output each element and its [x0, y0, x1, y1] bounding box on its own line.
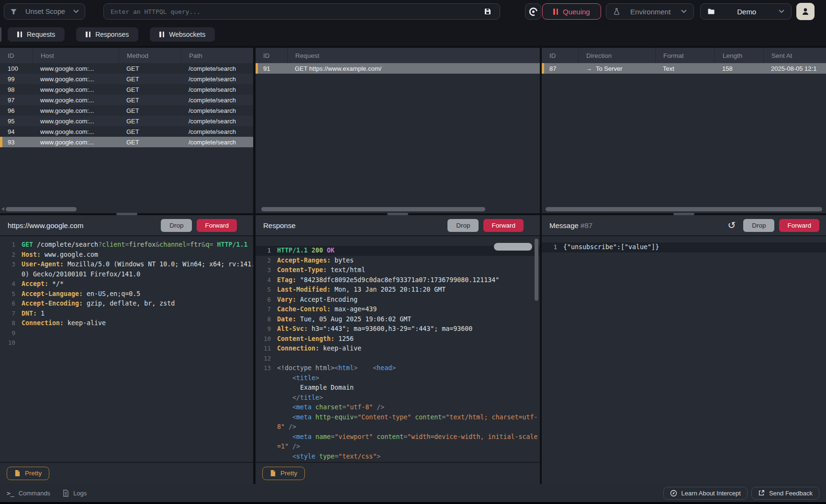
stream-toggle-row: Requests Responses Websockets: [0, 23, 826, 46]
table-row[interactable]: 97www.google.com:...GET/complete/search: [0, 95, 253, 105]
httpql-query-input[interactable]: [111, 8, 480, 15]
column-header[interactable]: ID: [0, 52, 33, 59]
messages-table: IDDirectionFormatLengthSent At87→To Serv…: [542, 48, 826, 213]
forward-button[interactable]: Forward: [197, 219, 237, 232]
message-title-text: Message: [549, 221, 579, 230]
message-editor[interactable]: 1{"unsubscribe":["value"]}: [542, 235, 826, 484]
column-header[interactable]: Format: [655, 48, 714, 63]
table-cell: GET: [119, 128, 181, 135]
send-feedback-button[interactable]: Send Feedback: [751, 487, 819, 500]
horizontal-scrollbar[interactable]: [546, 207, 822, 211]
terminal-icon: >_: [7, 490, 14, 497]
line-number: 4: [0, 279, 15, 289]
column-header[interactable]: ID: [542, 52, 578, 59]
httpql-query-bar: [103, 3, 500, 20]
column-header[interactable]: Direction: [578, 48, 655, 63]
drop-button[interactable]: Drop: [447, 219, 479, 232]
response-editor[interactable]: 1HTTP/1.1 200 OK2Accept-Ranges: bytes3Co…: [256, 235, 540, 462]
code-text: Accept-Encoding: gzip, deflate, br, zstd: [15, 299, 175, 309]
undo-icon[interactable]: ↺: [727, 220, 736, 230]
code-text: DNT: 1: [15, 309, 45, 319]
pretty-toggle-button[interactable]: Pretty: [7, 467, 49, 480]
table-cell: www.google.com:...: [33, 86, 119, 93]
table-cell: →To Server: [578, 65, 655, 72]
column-header[interactable]: Path: [181, 48, 253, 63]
table-cell: 87: [542, 65, 578, 72]
column-header[interactable]: ID: [256, 52, 287, 59]
toggle-requests-label: Requests: [27, 31, 55, 38]
table-row[interactable]: 96www.google.com:...GET/complete/search: [0, 105, 253, 116]
code-line: 7DNT: 1: [0, 309, 253, 319]
code-line: 6Accept-Encoding: gzip, deflate, br, zst…: [0, 299, 253, 309]
table-row[interactable]: 91GET https://www.example.com/: [256, 63, 540, 74]
toggle-responses[interactable]: Responses: [76, 27, 138, 42]
commands-button[interactable]: >_ Commands: [7, 490, 50, 497]
drop-button[interactable]: Drop: [161, 219, 192, 232]
code-text: 0) Gecko/20100101 Firefox/141.0: [15, 270, 140, 280]
table-cell: www.google.com:...: [33, 107, 119, 114]
scrollbar-thumb-horizontal[interactable]: [494, 243, 532, 251]
table-row[interactable]: 87→To ServerText1582025-08-05 12:1: [542, 63, 826, 74]
code-line: 5Accept-Language: en-US,en;q=0.5: [0, 289, 253, 299]
horizontal-scrollbar[interactable]: [261, 207, 485, 211]
scrollbar-thumb-vertical[interactable]: [535, 239, 538, 301]
table-row[interactable]: 94www.google.com:...GET/complete/search: [0, 126, 253, 137]
scroll-left-arrow[interactable]: [1, 207, 4, 211]
code-text: Example Domain: [271, 383, 354, 393]
splitter-handle[interactable]: [116, 213, 137, 215]
line-number: [256, 393, 271, 403]
message-panel-header: Message #87 ↺ Drop Forward: [542, 215, 826, 235]
table-cell: 158: [714, 65, 763, 72]
column-header[interactable]: Host: [33, 48, 119, 63]
table-row[interactable]: 98www.google.com:...GET/complete/search: [0, 84, 253, 95]
drawer-handle[interactable]: [0, 27, 1, 42]
learn-about-intercept-button[interactable]: Learn About Intercept: [663, 487, 748, 500]
table-cell: /complete/search: [181, 86, 253, 93]
code-line: 10Content-Length: 1256: [256, 334, 540, 344]
table-row[interactable]: 99www.google.com:...GET/complete/search: [0, 74, 253, 84]
toggle-requests[interactable]: Requests: [8, 27, 65, 42]
caido-logo-button[interactable]: [525, 3, 541, 20]
column-header[interactable]: Method: [119, 48, 181, 63]
horizontal-scrollbar[interactable]: [6, 207, 77, 211]
splitter-handle[interactable]: [673, 213, 694, 215]
forward-button[interactable]: Forward: [483, 219, 524, 232]
pretty-toggle-button[interactable]: Pretty: [262, 467, 305, 480]
toggle-websockets[interactable]: Websockets: [150, 27, 215, 42]
user-avatar-button[interactable]: [796, 3, 815, 20]
intercept-app: Unset Scope Queuing Environment: [0, 0, 826, 504]
table-row[interactable]: 95www.google.com:...GET/complete/search: [0, 116, 253, 126]
line-number: 2: [256, 256, 271, 266]
table-row[interactable]: 100www.google.com:...GET/complete/search: [0, 63, 253, 74]
queuing-toggle-button[interactable]: Queuing: [542, 3, 601, 20]
line-number: 10: [256, 334, 271, 344]
column-header[interactable]: Request: [287, 48, 540, 63]
table-row[interactable]: 93www.google.com:...GET/complete/search: [0, 137, 253, 147]
drop-button[interactable]: Drop: [743, 219, 774, 232]
code-text: Connection: keep-alive: [15, 318, 106, 329]
code-line: <meta http-equiv="Content-type" content=…: [256, 413, 540, 423]
table-cell: /complete/search: [181, 97, 253, 104]
code-text: Vary: Accept-Encoding: [271, 295, 357, 305]
column-header[interactable]: Length: [714, 48, 763, 63]
table-cell: /complete/search: [181, 76, 253, 83]
table-cell: 94: [0, 128, 33, 135]
table-cell: 93: [0, 139, 33, 146]
splitter-handle[interactable]: [387, 213, 408, 215]
logs-button[interactable]: Logs: [63, 490, 87, 497]
panel-splitter: [542, 213, 826, 215]
save-query-icon[interactable]: [480, 4, 495, 19]
column-header[interactable]: Sent At: [763, 48, 826, 63]
request-editor[interactable]: 1GET /complete/search?client=firefox&cha…: [0, 235, 253, 462]
code-text: Accept: */*: [15, 279, 64, 289]
table-cell: www.google.com:...: [33, 97, 119, 104]
forward-button[interactable]: Forward: [779, 219, 819, 232]
code-line: <title>: [256, 373, 540, 383]
scope-dropdown[interactable]: Unset Scope: [4, 3, 85, 20]
project-dropdown[interactable]: Demo: [700, 3, 792, 20]
code-text: GET /complete/search?client=firefox&chan…: [15, 240, 247, 250]
line-number: 5: [256, 285, 271, 295]
direction-label: To Server: [596, 65, 623, 72]
environment-dropdown[interactable]: Environment: [606, 3, 694, 20]
code-text: <meta charset="utf-8" />: [271, 403, 384, 413]
